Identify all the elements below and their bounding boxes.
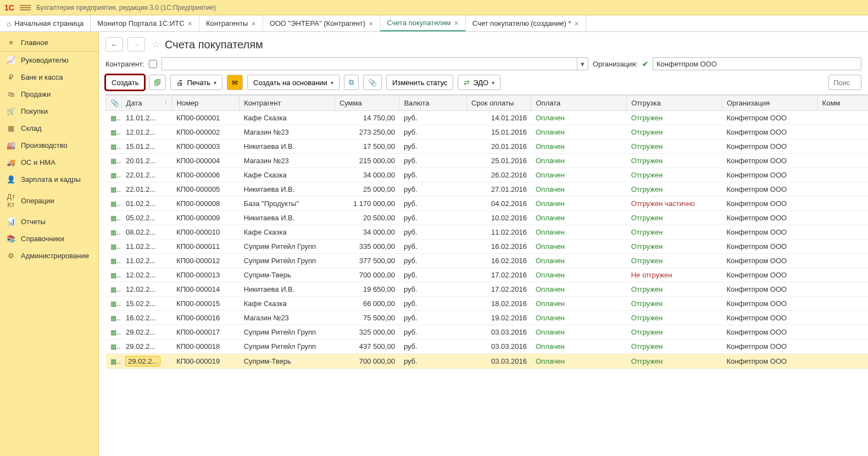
document-icon: ▦ <box>110 257 116 265</box>
sidebar-item[interactable]: ⚙Администрирование <box>0 247 98 264</box>
cell-comment <box>817 354 868 369</box>
sidebar-item[interactable]: 🚚ОС и НМА <box>0 154 98 171</box>
table-row[interactable]: ▦ 20.01.2... КП00-000004 Магазин №23 215… <box>106 154 869 168</box>
table-row[interactable]: ▦ 12.02.2... КП00-000013 Суприм-Тверь 70… <box>106 268 869 282</box>
document-icon: ▦ <box>110 343 116 351</box>
counterparty-filter-combo[interactable]: ▾ <box>162 57 588 70</box>
table-row[interactable]: ▦ 11.01.2... КП00-000001 Кафе Сказка 14 … <box>106 111 869 125</box>
cell-comment <box>817 125 868 140</box>
cell-attach: ▦ <box>106 268 122 282</box>
edo-button[interactable]: ⇄ЭДО▾ <box>458 75 500 90</box>
col-payment[interactable]: Оплата <box>531 96 627 111</box>
cell-date: 29.02.2... <box>121 340 172 354</box>
nav-forward-button[interactable]: → <box>127 37 145 52</box>
sidebar-item[interactable]: ≡Главное <box>0 34 98 52</box>
sidebar-item-label: Производство <box>21 141 68 149</box>
chevron-down-icon[interactable]: ▾ <box>577 58 588 70</box>
table-row[interactable]: ▦ 11.02.2... КП00-000011 Суприм Ритейл Г… <box>106 240 869 254</box>
table-row[interactable]: ▦ 16.02.2... КП00-000016 Магазин №23 75 … <box>106 311 869 325</box>
tab[interactable]: Монитор Портала 1С:ИТС× <box>91 15 199 31</box>
create-based-button[interactable]: Создать на основании▾ <box>247 75 340 90</box>
cell-currency: руб. <box>399 282 467 297</box>
col-sum[interactable]: Сумма <box>335 96 399 111</box>
cell-number: КП00-000004 <box>172 154 240 168</box>
mail-button[interactable]: ✉ <box>227 75 243 90</box>
sidebar-item[interactable]: 🛍Продажи <box>0 86 98 103</box>
col-attach[interactable]: 📎 <box>106 96 122 111</box>
sidebar: ≡Главное📈Руководителю₽Банк и касса🛍Прода… <box>0 32 99 456</box>
cell-date: 12.02.2... <box>121 268 172 282</box>
counterparty-filter-checkbox[interactable] <box>149 60 157 68</box>
sidebar-item[interactable]: 📚Справочники <box>0 230 98 247</box>
cell-sum: 19 650,00 <box>335 282 399 297</box>
close-icon[interactable]: × <box>454 19 459 27</box>
table-row[interactable]: ▦ 29.02.2... КП00-000018 Суприм Ритейл Г… <box>106 340 869 354</box>
col-comment[interactable]: Комм <box>817 96 868 111</box>
col-shipment[interactable]: Отгрузка <box>627 96 722 111</box>
tab[interactable]: Счет покупателю (создание) *× <box>466 15 586 31</box>
table-row[interactable]: ▦ 29.02.2... КП00-000019 Суприм-Тверь 70… <box>106 354 869 369</box>
cell-comment <box>817 240 868 254</box>
print-button[interactable]: 🖨Печать▾ <box>170 75 222 90</box>
close-icon[interactable]: × <box>574 19 578 28</box>
tab[interactable]: ООО "ЭНТЕРА" (Контрагент)× <box>263 15 381 31</box>
cell-counterparty: Никитаева И.В. <box>240 140 335 154</box>
col-number[interactable]: Номер <box>172 96 240 111</box>
org-filter-combo[interactable]: Конфетпром ООО <box>653 57 861 70</box>
table-row[interactable]: ▦ 08.02.2... КП00-000010 Кафе Сказка 34 … <box>106 225 869 240</box>
cell-comment <box>817 225 868 240</box>
copy-button[interactable]: 🗐 <box>149 75 166 90</box>
sidebar-item[interactable]: 🛒Покупки <box>0 103 98 120</box>
main-menu-icon[interactable] <box>20 4 31 12</box>
table-row[interactable]: ▦ 29.02.2... КП00-000017 Суприм Ритейл Г… <box>106 325 869 340</box>
table-row[interactable]: ▦ 12.02.2... КП00-000014 Никитаева И.В. … <box>106 282 869 297</box>
sidebar-item-label: Склад <box>21 124 42 132</box>
close-icon[interactable]: × <box>251 19 255 28</box>
sidebar-item[interactable]: ▦Склад <box>0 120 98 137</box>
home-tab[interactable]: ⌂ Начальная страница <box>0 15 91 31</box>
col-currency[interactable]: Валюта <box>399 96 467 111</box>
org-filter-checkbox[interactable]: ✔ <box>642 60 648 68</box>
col-date[interactable]: Дата↓ <box>121 96 172 111</box>
cell-org: Конфетпром ООО <box>722 168 817 182</box>
related-icon: ⧉ <box>349 78 354 87</box>
cell-attach: ▦ <box>106 240 122 254</box>
cell-sum: 335 000,00 <box>335 240 399 254</box>
table-row[interactable]: ▦ 15.01.2... КП00-000003 Никитаева И.В. … <box>106 140 869 154</box>
search-input[interactable] <box>828 75 861 90</box>
cell-attach: ▦ <box>106 225 122 240</box>
table-row[interactable]: ▦ 01.02.2... КП00-000008 База "Продукты"… <box>106 197 869 211</box>
col-counterparty[interactable]: Контрагент <box>240 96 335 111</box>
cell-counterparty: Кафе Сказка <box>240 111 335 125</box>
col-org[interactable]: Организация <box>722 96 817 111</box>
change-status-button[interactable]: Изменить статус <box>386 75 453 90</box>
close-icon[interactable]: × <box>369 19 373 28</box>
nav-back-button[interactable]: ← <box>105 37 123 52</box>
cell-due: 03.03.2016 <box>466 340 531 354</box>
favorite-star-icon[interactable]: ☆ <box>152 38 160 51</box>
cell-date: 29.02.2... <box>121 325 172 340</box>
sidebar-item[interactable]: 📈Руководителю <box>0 52 98 69</box>
table-row[interactable]: ▦ 12.01.2... КП00-000002 Магазин №23 273… <box>106 125 869 140</box>
col-due[interactable]: Срок оплаты <box>466 96 531 111</box>
cell-number: КП00-000010 <box>172 225 240 240</box>
sidebar-item[interactable]: ₽Банк и касса <box>0 69 98 86</box>
tab[interactable]: Счета покупателям× <box>380 15 465 31</box>
table-row[interactable]: ▦ 05.02.2... КП00-000009 Никитаева И.В. … <box>106 211 869 225</box>
sidebar-item[interactable]: 📊Отчеты <box>0 213 98 230</box>
tab[interactable]: Контрагенты× <box>199 15 263 31</box>
table-row[interactable]: ▦ 11.02.2... КП00-000012 Суприм Ритейл Г… <box>106 254 869 268</box>
table-row[interactable]: ▦ 22.01.2... КП00-000006 Кафе Сказка 34 … <box>106 168 869 182</box>
related-button[interactable]: ⧉ <box>344 75 359 90</box>
sidebar-item[interactable]: Дт КтОперации <box>0 188 98 213</box>
create-button[interactable]: Создать <box>105 75 144 90</box>
sidebar-item[interactable]: 🏭Производство <box>0 137 98 154</box>
sidebar-item-label: Отчеты <box>21 218 46 226</box>
table-row[interactable]: ▦ 15.02.2... КП00-000015 Кафе Сказка 66 … <box>106 297 869 311</box>
cell-shipment: Отгружен <box>627 282 722 297</box>
close-icon[interactable]: × <box>188 19 192 28</box>
attach-button[interactable]: 📎 <box>363 75 382 90</box>
cell-counterparty: Магазин №23 <box>240 311 335 325</box>
sidebar-item[interactable]: 👤Зарплата и кадры <box>0 171 98 188</box>
table-row[interactable]: ▦ 22.01.2... КП00-000005 Никитаева И.В. … <box>106 182 869 197</box>
